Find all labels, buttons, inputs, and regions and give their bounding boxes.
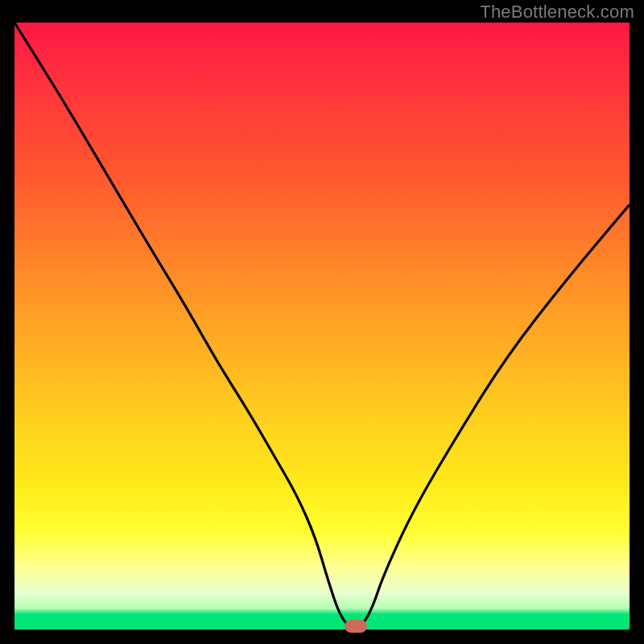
- chart-frame: TheBottleneck.com: [0, 0, 644, 644]
- bottleneck-curve: [14, 23, 630, 630]
- bottleneck-marker: [345, 620, 367, 633]
- watermark-text: TheBottleneck.com: [480, 2, 634, 23]
- curve-path: [14, 23, 630, 630]
